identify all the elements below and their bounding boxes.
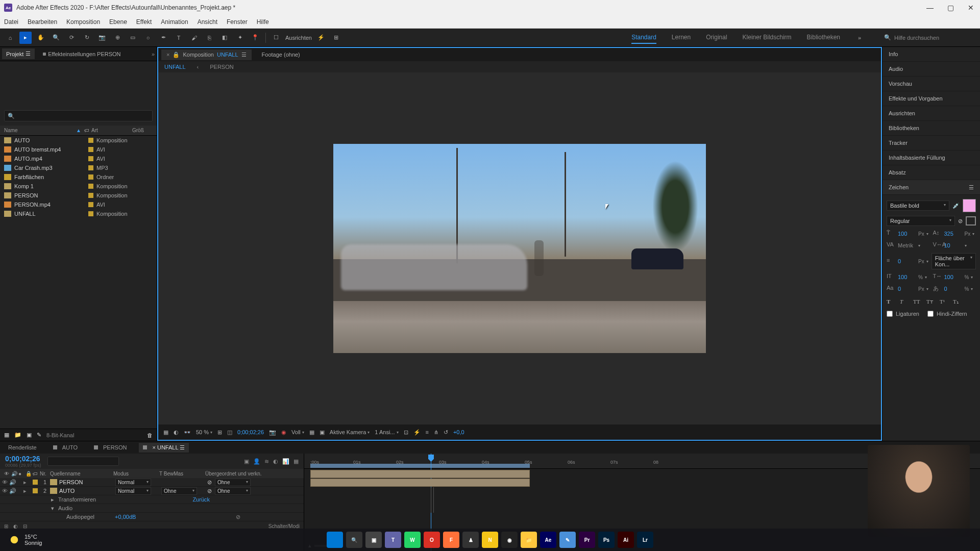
comp-crumb-person[interactable]: PERSON: [208, 63, 235, 71]
timeline-tab-auto[interactable]: AUTO: [49, 443, 82, 452]
audio-icon[interactable]: 🔊: [9, 488, 16, 494]
project-item[interactable]: FarbflächenOrdner: [0, 172, 157, 182]
draft3d-icon[interactable]: ▦: [293, 458, 299, 465]
panel-effekte-und-vorgaben[interactable]: Effekte und Vorgaben: [883, 91, 980, 106]
hand-tool[interactable]: ✋: [35, 32, 47, 44]
pan-behind-tool[interactable]: ⊕: [111, 32, 124, 44]
timeline-icon[interactable]: ≡: [426, 429, 429, 435]
subscript-button[interactable]: T₁: [953, 298, 962, 305]
rotate-tool[interactable]: ↻: [81, 32, 93, 44]
taskbar-app[interactable]: [327, 532, 343, 548]
help-search[interactable]: 🔍 Hilfe durchsuchen: [884, 34, 976, 41]
taskbar-app[interactable]: N: [482, 532, 498, 548]
timeline-search[interactable]: [47, 457, 119, 466]
visibility-icon[interactable]: 👁: [2, 479, 9, 485]
3d-icon[interactable]: ▣: [320, 429, 325, 436]
tab-footage[interactable]: Footage (ohne): [257, 49, 305, 60]
label-icon[interactable]: 🏷: [84, 128, 91, 133]
allcaps-button[interactable]: TT: [913, 298, 922, 305]
clone-tool[interactable]: ⎘: [203, 32, 215, 44]
snap-options-icon[interactable]: ⚡: [315, 32, 327, 44]
panel-audio[interactable]: Audio: [883, 62, 980, 77]
menu-effekt[interactable]: Effekt: [136, 18, 152, 26]
bold-button[interactable]: T: [887, 298, 896, 305]
viewer-timecode[interactable]: 0;00;02;26: [237, 429, 264, 435]
workspace-bibliotheken[interactable]: Bibliotheken: [807, 32, 840, 44]
panel-info[interactable]: Info: [883, 47, 980, 62]
eyedropper-icon[interactable]: 💉: [952, 203, 960, 209]
project-item[interactable]: Car Crash.mp3MP3: [0, 163, 157, 172]
stroke-swatch[interactable]: [966, 216, 976, 226]
comp-mini-icon[interactable]: ▣: [244, 458, 249, 465]
timeline-tab-renderliste[interactable]: Renderliste: [4, 443, 41, 452]
audio-property[interactable]: ▾Audio: [0, 504, 304, 513]
rect-tool[interactable]: ▭: [127, 32, 139, 44]
pickwhip-icon[interactable]: ⊘: [207, 479, 212, 486]
text-tool[interactable]: T: [173, 32, 185, 44]
project-item[interactable]: PERSON.mp4AVI: [0, 200, 157, 209]
puppet-tool[interactable]: 📍: [249, 32, 261, 44]
workspace-original[interactable]: Original: [706, 32, 727, 44]
link-icon[interactable]: ⊘: [236, 514, 240, 520]
motion-blur-icon[interactable]: ◐: [273, 458, 278, 465]
resolution-dropdown[interactable]: Voll▾: [291, 429, 304, 435]
timeline-tab-person[interactable]: PERSON: [90, 443, 131, 452]
trash-icon[interactable]: 🗑: [147, 432, 153, 438]
home-icon[interactable]: ⌂: [4, 32, 16, 44]
workspace-kleiner bildschirm[interactable]: Kleiner Bildschirm: [743, 32, 792, 44]
pixel-icon[interactable]: ⊡: [404, 429, 408, 436]
exposure-value[interactable]: +0,0: [453, 429, 464, 435]
workspace-overflow-icon[interactable]: »: [853, 32, 866, 44]
layer-bar-auto[interactable]: [310, 479, 530, 487]
taskbar-app[interactable]: ▣: [365, 532, 382, 548]
blend-mode-select[interactable]: Normal▾: [115, 479, 151, 486]
zoom-dropdown[interactable]: 50 %▾: [196, 429, 212, 435]
timeline-layer[interactable]: 👁🔊▸1PERSONNormal▾⊘Ohne▾: [0, 478, 304, 487]
glasses-icon[interactable]: 👓: [184, 429, 191, 436]
weather-widget[interactable]: 15°CSonnig: [8, 534, 42, 546]
views-dropdown[interactable]: 1 Ansi...▾: [375, 429, 398, 435]
project-item[interactable]: AUTOKomposition: [0, 136, 157, 145]
mask-icon[interactable]: ◐: [174, 429, 179, 436]
timeline-tab-unfall[interactable]: × UNFALL ☰: [139, 443, 189, 453]
grid-icon[interactable]: ▦: [163, 429, 168, 436]
ligatures-checkbox[interactable]: Ligaturen: [887, 311, 919, 317]
toggle-panes-icon[interactable]: ⊟: [23, 523, 27, 529]
fill-color-swatch[interactable]: [963, 199, 976, 212]
timeline-layer[interactable]: 👁🔊▸2AUTONormal▾Ohne▾⊘Ohne▾: [0, 487, 304, 495]
pickwhip-icon[interactable]: ⊘: [207, 488, 212, 494]
toggle-switches-icon[interactable]: ⊞: [4, 523, 8, 529]
taskbar-app[interactable]: Ae: [540, 532, 556, 548]
panel-inhaltsbasierte-füllung[interactable]: Inhaltsbasierte Füllung: [883, 151, 980, 165]
tab-effect-settings[interactable]: Effekteinstellungen PERSON: [39, 49, 125, 59]
taskbar-app[interactable]: Ai: [618, 532, 634, 548]
panel-ausrichten[interactable]: Ausrichten: [883, 106, 980, 121]
roto-tool[interactable]: ✦: [234, 32, 246, 44]
taskbar-app[interactable]: Pr: [579, 532, 595, 548]
orbit-tool[interactable]: ⟳: [65, 32, 78, 44]
taskbar-app[interactable]: 🔍: [346, 532, 362, 548]
menu-komposition[interactable]: Komposition: [66, 18, 100, 26]
menu-bearbeiten[interactable]: Bearbeiten: [28, 18, 57, 26]
menu-hilfe[interactable]: Hilfe: [257, 18, 269, 26]
panel-vorschau[interactable]: Vorschau: [883, 77, 980, 91]
menu-ebene[interactable]: Ebene: [109, 18, 127, 26]
panel-overflow-icon[interactable]: »: [152, 51, 155, 57]
blend-mode-select[interactable]: Normal▾: [115, 487, 151, 495]
menu-animation[interactable]: Animation: [161, 18, 188, 26]
graph-icon[interactable]: 📊: [282, 458, 289, 465]
taskbar-app[interactable]: Lr: [637, 532, 653, 548]
brush-tool[interactable]: 🖌: [188, 32, 200, 44]
minimize-button[interactable]: —: [925, 3, 935, 13]
taskbar-app[interactable]: W: [404, 532, 421, 548]
tab-composition[interactable]: × 🔒 Komposition UNFALL ☰: [161, 49, 252, 60]
tab-close-icon[interactable]: ×: [166, 52, 169, 58]
frame-blend-icon[interactable]: ≋: [264, 458, 269, 465]
bit-depth[interactable]: 8-Bit-Kanal: [46, 432, 74, 438]
zoom-tool[interactable]: 🔍: [50, 32, 62, 44]
selection-tool[interactable]: ▸: [19, 32, 32, 44]
camera-tool[interactable]: 📷: [96, 32, 108, 44]
taskbar-app[interactable]: ✎: [559, 532, 576, 548]
project-item[interactable]: AUTO.mp4AVI: [0, 154, 157, 163]
panel-tracker[interactable]: Tracker: [883, 136, 980, 151]
